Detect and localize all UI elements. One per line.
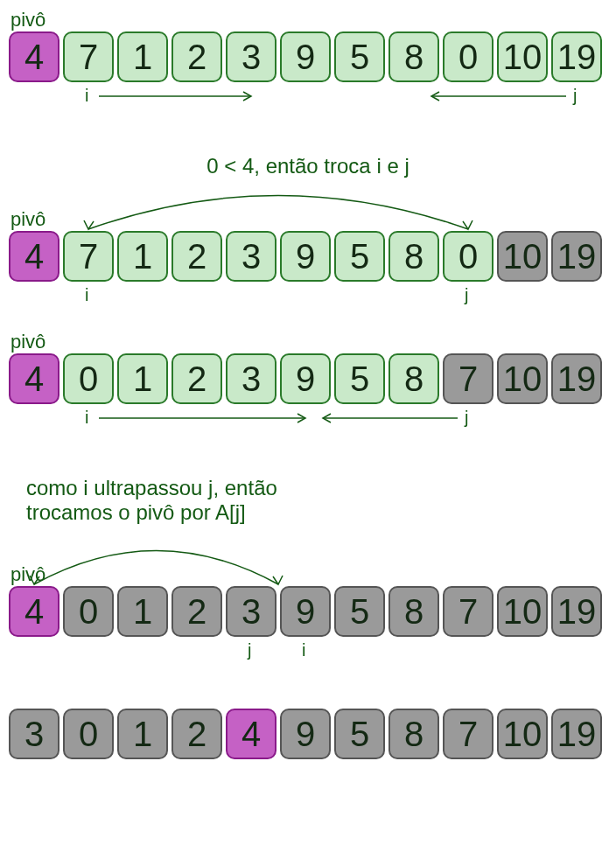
- array-cell: 19: [551, 31, 602, 82]
- cell-value: 8: [404, 360, 424, 399]
- array-cell: 7: [443, 353, 494, 404]
- array-cell: 19: [551, 586, 602, 637]
- array-cell: 19: [551, 231, 602, 282]
- swap-curve: [9, 533, 304, 591]
- j-label: j: [248, 640, 251, 660]
- array-cell: 10: [497, 231, 548, 282]
- caption: 0 < 4, então troca i e j: [9, 154, 607, 178]
- array-cell: 0: [63, 709, 114, 759]
- array-cell: 9: [280, 586, 331, 637]
- cell-value: 0: [458, 38, 478, 77]
- cell-value: 4: [24, 237, 44, 276]
- array-cell: 5: [334, 353, 385, 404]
- array-cell: 0: [63, 586, 114, 637]
- cell-value: 2: [187, 715, 206, 754]
- cell-value: 9: [296, 360, 315, 399]
- cell-value: 5: [350, 592, 369, 632]
- cell-value: 5: [350, 715, 369, 754]
- array-row: 3012495871019: [9, 709, 607, 759]
- cell-value: 4: [24, 592, 44, 632]
- array-cell: 9: [280, 709, 331, 759]
- cell-value: 7: [458, 360, 478, 399]
- cell-value: 10: [503, 237, 542, 276]
- array-cell: 1: [117, 353, 168, 404]
- index-labels: ij: [9, 640, 607, 665]
- cell-value: 19: [557, 237, 597, 276]
- i-label: i: [85, 285, 88, 305]
- array-cell: 10: [497, 586, 548, 637]
- j-label: j: [573, 86, 577, 106]
- array-cell: 10: [497, 353, 548, 404]
- array-row: 4012395871019: [9, 353, 607, 404]
- array-cell: 8: [388, 231, 439, 282]
- array-cell: 0: [443, 31, 494, 82]
- cell-value: 8: [404, 237, 424, 276]
- cell-value: 7: [458, 592, 478, 632]
- array-cell: 7: [443, 709, 494, 759]
- array-cell: 10: [497, 709, 548, 759]
- cell-value: 19: [557, 360, 597, 399]
- index-labels: ij: [9, 408, 607, 432]
- cell-value: 0: [79, 360, 98, 399]
- cell-value: 1: [133, 715, 152, 754]
- pivot-label: pivô: [10, 331, 46, 353]
- cell-value: 1: [133, 38, 152, 77]
- array-cell: 4: [226, 709, 276, 759]
- array-cell: 2: [172, 31, 222, 82]
- array-cell: 9: [280, 231, 331, 282]
- array-cell: 10: [497, 31, 548, 82]
- step3: pivô4012395871019ij: [9, 353, 607, 432]
- array-cell: 3: [226, 586, 276, 637]
- array-cell: 5: [334, 586, 385, 637]
- cell-value: 19: [557, 38, 597, 77]
- cell-value: 10: [503, 592, 542, 632]
- array-row: 4712395801019: [9, 31, 607, 82]
- cell-value: 9: [296, 715, 315, 754]
- quicksort-diagram: pivô4712395801019ij0 < 4, então troca i …: [9, 31, 607, 759]
- array-cell: 19: [551, 709, 602, 759]
- array-cell: 4: [9, 353, 60, 404]
- index-labels: ij: [9, 86, 607, 110]
- cell-value: 4: [242, 715, 261, 754]
- caption: como i ultrapassou j, então: [26, 476, 607, 500]
- pivot-label: pivô: [10, 208, 46, 231]
- swap-curve: [9, 178, 494, 236]
- array-cell: 5: [334, 709, 385, 759]
- step5: 3012495871019: [9, 709, 607, 759]
- cell-value: 3: [242, 38, 261, 77]
- array-cell: 0: [443, 231, 494, 282]
- array-cell: 1: [117, 709, 168, 759]
- j-label: j: [465, 408, 468, 428]
- array-cell: 0: [63, 353, 114, 404]
- array-cell: 9: [280, 31, 331, 82]
- cell-value: 3: [24, 715, 44, 754]
- cell-value: 9: [296, 237, 315, 276]
- cell-value: 10: [503, 715, 542, 754]
- cell-value: 8: [404, 715, 424, 754]
- array-cell: 7: [443, 586, 494, 637]
- array-cell: 3: [226, 31, 276, 82]
- cell-value: 8: [404, 38, 424, 77]
- array-cell: 2: [172, 353, 222, 404]
- array-row: 4012395871019: [9, 586, 607, 637]
- index-labels: ij: [9, 285, 607, 310]
- array-cell: 4: [9, 31, 60, 82]
- cell-value: 0: [79, 592, 98, 632]
- array-cell: 2: [172, 709, 222, 759]
- caption: trocamos o pivô por A[j]: [26, 500, 607, 525]
- cell-value: 2: [187, 592, 206, 632]
- cell-value: 1: [133, 592, 152, 632]
- array-cell: 8: [388, 586, 439, 637]
- step4: como i ultrapassou j, entãotrocamos o pi…: [9, 476, 607, 665]
- cell-value: 4: [24, 38, 44, 77]
- array-cell: 3: [226, 231, 276, 282]
- array-cell: 7: [63, 231, 114, 282]
- array-cell: 3: [9, 709, 60, 759]
- cell-value: 5: [350, 360, 369, 399]
- j-label: j: [465, 285, 468, 305]
- cell-value: 9: [296, 592, 315, 632]
- array-cell: 8: [388, 709, 439, 759]
- cell-value: 0: [79, 715, 98, 754]
- cell-value: 5: [350, 237, 369, 276]
- index-arrows: [9, 86, 606, 110]
